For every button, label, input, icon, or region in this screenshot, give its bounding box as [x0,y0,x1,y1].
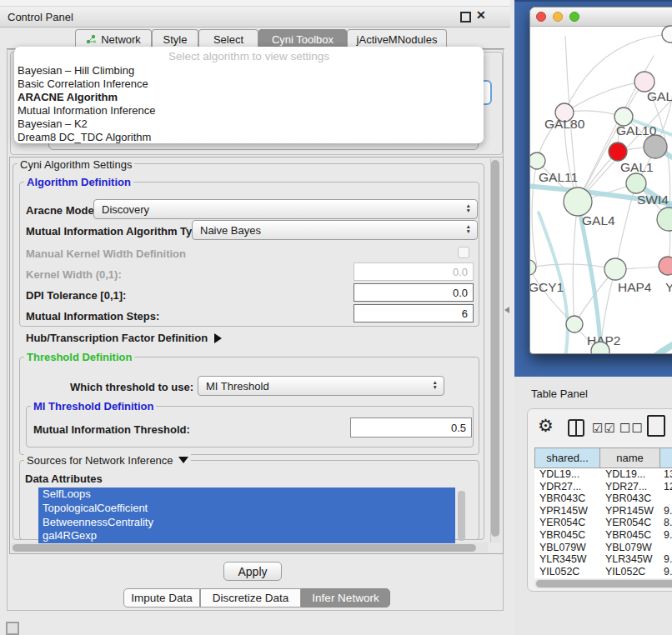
apply-button[interactable]: Apply [223,562,282,581]
cell: YDR27... [534,481,600,493]
aracne-mode-label: Aracne Mode: [26,204,98,217]
algorithm-definition-title: Algorithm Definition [24,176,133,188]
bottom-tab-discretize-data[interactable]: Discretize Data [200,588,301,608]
network-canvas[interactable]: GALGAL80GAL10GAL1GAL11SWI4GAL4YHAP4GCY1H… [530,8,672,354]
cell: 8. [660,517,672,529]
stepper-icon: ▲▼ [433,380,438,389]
kernel-width-field[interactable]: 0.0 [354,262,474,281]
float-window-icon[interactable] [460,12,471,22]
table-hscrollbar-track[interactable] [534,579,672,588]
gear-icon[interactable]: ⚙ [538,416,554,436]
vertical-scrollbar-thumb[interactable] [491,160,499,537]
table-row[interactable]: YBR045CYBR045C9. [534,529,672,542]
tab-select[interactable]: Select [198,29,258,48]
network-tab-icon [86,34,97,44]
tab-network[interactable]: Network [75,29,152,48]
table-row[interactable]: YBL079WYBL079W [534,542,672,554]
cell: YBR045C [534,529,600,542]
column-header-name[interactable]: name [600,448,660,468]
network-node[interactable] [662,26,672,42]
page-icon[interactable] [647,415,665,437]
network-node-gal4[interactable] [564,188,592,216]
mi-steps-label: Mutual Information Steps: [26,310,159,322]
dropdown-item[interactable]: Bayesian – K2 [18,118,476,131]
sources-title: Sources for Network Inference [27,454,173,467]
table-row[interactable]: YER054CYER054C8. [534,517,672,529]
collapsed-panel-icon[interactable] [6,622,19,635]
cell: YDL19... [534,468,600,481]
column-header-shared-name[interactable]: shared... [534,448,600,468]
stepper-icon: ▲▼ [466,203,471,212]
select-all-checkboxes-icon[interactable]: ☑☑ [592,421,616,436]
table-row[interactable]: YIL052CYIL052C9. [534,566,672,578]
mi-type-combo[interactable]: Naive Bayes ▲▼ [192,220,478,240]
network-node-hap2[interactable] [566,316,583,332]
table-row[interactable]: YPR145WYPR145W9. [534,505,672,518]
network-node[interactable] [644,135,667,158]
cell: YER054C [600,517,660,529]
sources-collapser[interactable]: Sources for Network Inference [24,454,191,467]
network-node[interactable] [657,208,672,231]
network-window[interactable]: GALGAL80GAL10GAL1GAL11SWI4GAL4YHAP4GCY1H… [529,7,672,354]
dropdown-item[interactable]: Bayesian – Hill Climbing [18,64,476,78]
bottom-tab-infer-network[interactable]: Infer Network [301,588,390,608]
column-header-cut[interactable] [660,448,672,468]
tab-jactivemnodules[interactable]: jActiveMNodules [347,29,447,48]
horizontal-scrollbar-thumb[interactable] [13,544,476,552]
network-node-gal11[interactable] [530,152,545,169]
table-body[interactable]: YDL19...YDL19...13 YDR27...YDR27...12 YB… [534,468,672,578]
tab-label: Select [213,33,243,46]
tab-cyni-toolbox[interactable]: Cyni Toolbox [258,29,347,48]
attribute-item[interactable]: gal4RGexp [38,529,455,543]
which-threshold-combo[interactable]: MI Threshold ▲▼ [198,376,444,396]
bottom-tab-impute-data[interactable]: Impute Data [123,588,200,608]
network-node-swi4[interactable] [626,173,646,193]
dropdown-item-selected[interactable]: ARACNE Algorithm [18,91,476,104]
dropdown-item[interactable]: Basic Correlation Inference [18,78,476,91]
node-label: GAL80 [544,117,585,131]
splitter-collapse-icon[interactable] [504,307,509,313]
network-node-hap4[interactable] [604,258,626,280]
close-icon[interactable]: ✕ [476,8,486,22]
table-hscrollbar-thumb[interactable] [536,580,672,588]
combo-value: Discovery [102,203,149,216]
dropdown-item[interactable]: Mutual Information Inference [18,104,476,118]
tab-label: Cyni Toolbox [272,33,333,46]
attribute-item[interactable]: SelfLoops [38,488,455,502]
table-row[interactable]: YLR345WYLR345W9. [534,553,672,566]
dpi-tolerance-label: DPI Tolerance [0,1]: [26,289,126,302]
network-node-y[interactable] [659,257,672,275]
tab-style[interactable]: Style [152,29,198,48]
kernel-width-label: Kernel Width (0,1): [26,268,122,281]
hub-definition-expander[interactable]: Hub/Transcription Factor Definition [26,332,222,344]
cell: 9. [660,505,672,518]
tab-label: jActiveMNodules [357,33,438,46]
cell: YLR345W [600,553,660,566]
control-panel-title: Control Panel [8,11,73,23]
node-label: GAL1 [620,160,654,174]
columns-icon[interactable] [568,419,584,437]
mi-threshold-field[interactable]: 0.5 [350,418,472,438]
attribute-item[interactable]: TopologicalCoefficient [38,502,455,516]
cell: 9. [660,529,672,542]
node-label: SWI4 [637,192,669,207]
mi-steps-field[interactable]: 6 [354,304,474,322]
network-desktop: GALGAL80GAL10GAL1GAL11SWI4GAL4YHAP4GCY1H… [514,0,672,377]
table-row[interactable]: YBR043CYBR043C [534,492,672,505]
aracne-mode-combo[interactable]: Discovery ▲▼ [93,199,478,219]
deselect-all-checkboxes-icon[interactable]: ☐☐ [619,421,644,436]
dropdown-item[interactable]: Dream8 DC_TDC Algorithm [18,131,476,144]
table-row[interactable]: YDR27...YDR27...12 [534,481,672,493]
network-node-gal1[interactable] [609,142,627,161]
attribute-list-scrollbar-thumb[interactable] [458,491,465,541]
algorithm-dropdown[interactable]: Select algorithm to view settings Bayesi… [14,47,484,143]
network-node-gcy1[interactable] [530,260,536,275]
manual-kernel-checkbox[interactable] [458,247,469,258]
node-label: GAL [647,89,672,103]
data-attributes-list[interactable]: SelfLoops TopologicalCoefficient Between… [38,488,455,543]
dpi-tolerance-field[interactable]: 0.0 [354,283,474,302]
mi-threshold-label: Mutual Information Threshold: [33,423,190,436]
attribute-item[interactable]: BetweennessCentrality [38,516,455,530]
screenshot-root: Control Panel ✕ Network Style Select Cyn… [0,0,672,635]
table-row[interactable]: YDL19...YDL19...13 [534,468,672,481]
